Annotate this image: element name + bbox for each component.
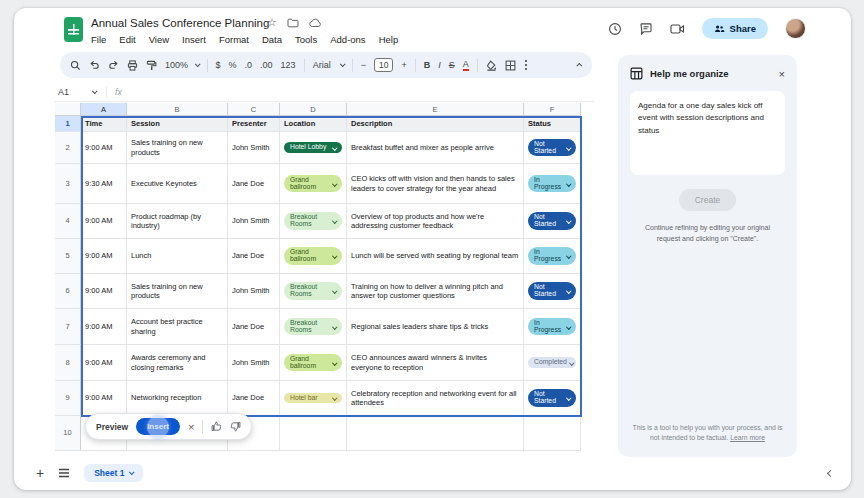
column-header-d[interactable]: D [280, 103, 347, 116]
header-cell-description[interactable]: Description [347, 116, 524, 132]
cell-presenter[interactable]: Jane Doe [228, 381, 280, 416]
more-options-icon[interactable] [524, 59, 528, 71]
status-chip-dropdown[interactable]: Not Started [528, 282, 576, 300]
header-cell-presenter[interactable]: Presenter [228, 116, 280, 132]
meet-video-icon[interactable] [670, 23, 685, 35]
move-folder-icon[interactable] [287, 18, 299, 28]
cell-presenter[interactable]: Jane Doe [228, 239, 280, 274]
header-cell-status[interactable]: Status [524, 116, 581, 132]
increase-decimal-button[interactable]: .00 [260, 60, 273, 70]
sheet-tab[interactable]: Sheet 1 [84, 464, 143, 482]
google-sheets-logo-icon[interactable] [64, 17, 83, 42]
number-format-button[interactable]: 123 [281, 60, 296, 70]
format-percent-button[interactable]: % [229, 60, 237, 70]
location-chip-dropdown[interactable]: Grand ballroom [284, 354, 342, 372]
cell-presenter[interactable]: John Smith [228, 204, 280, 239]
cell-session[interactable]: Account best practice sharing [127, 309, 228, 345]
column-header-b[interactable]: B [127, 103, 228, 116]
paint-format-icon[interactable] [146, 60, 157, 71]
cell-description[interactable]: CEO announces award winners & invites ev… [347, 345, 524, 381]
menu-help[interactable]: Help [379, 34, 399, 45]
header-cell-location[interactable]: Location [280, 116, 347, 132]
fill-color-icon[interactable] [486, 60, 497, 71]
menu-insert[interactable]: Insert [182, 34, 206, 45]
version-history-icon[interactable] [608, 22, 622, 36]
empty-cell[interactable] [524, 416, 581, 451]
comments-icon[interactable] [639, 22, 653, 36]
cell-description[interactable]: Regional sales leaders share tips & tric… [347, 309, 524, 345]
cell-description[interactable]: CEO kicks off with vision and then hands… [347, 164, 524, 204]
cell-time[interactable]: 9:00 AM [81, 274, 127, 309]
status-chip-dropdown[interactable]: Not Started [528, 139, 576, 157]
cell-presenter[interactable]: John Smith [228, 132, 280, 164]
add-sheet-icon[interactable]: + [36, 465, 44, 481]
share-button[interactable]: Share [702, 18, 768, 39]
cell-presenter[interactable]: Jane Doe [228, 164, 280, 204]
cell-description[interactable]: Celebratory reception and networking eve… [347, 381, 524, 416]
row-number[interactable]: 8 [55, 345, 81, 381]
cell-time[interactable]: 9:00 AM [81, 381, 127, 416]
cell-time[interactable]: 9:30 AM [81, 164, 127, 204]
status-chip-dropdown[interactable]: In Progress [528, 318, 576, 336]
empty-cell[interactable] [280, 416, 347, 451]
row-number[interactable]: 7 [55, 309, 81, 345]
select-all-corner[interactable] [55, 103, 81, 116]
header-cell-time[interactable]: Time [81, 116, 127, 132]
row-number[interactable]: 10 [55, 416, 81, 451]
status-chip-dropdown[interactable]: Completed [528, 357, 576, 368]
font-size-decrease-button[interactable]: − [361, 60, 366, 70]
cell-time[interactable]: 9:00 AM [81, 309, 127, 345]
menu-view[interactable]: View [149, 34, 169, 45]
thumbs-up-icon[interactable] [211, 421, 222, 432]
star-icon[interactable]: ☆ [267, 16, 277, 29]
row-number[interactable]: 5 [55, 239, 81, 274]
cell-time[interactable]: 9:00 AM [81, 239, 127, 274]
text-color-button[interactable]: A [463, 60, 469, 71]
undo-icon[interactable] [89, 60, 100, 70]
location-chip-dropdown[interactable]: Hotel bar [284, 393, 342, 404]
italic-button[interactable]: I [438, 60, 441, 70]
cell-time[interactable]: 9:00 AM [81, 132, 127, 164]
font-select[interactable]: Arial [313, 60, 344, 70]
row-number[interactable]: 6 [55, 274, 81, 309]
font-size-increase-button[interactable]: + [401, 60, 406, 70]
cell-description[interactable]: Overview of top products and how we're a… [347, 204, 524, 239]
create-button[interactable]: Create [679, 189, 737, 211]
row-number[interactable]: 3 [55, 164, 81, 204]
cell-description[interactable]: Lunch will be served with seating by reg… [347, 239, 524, 274]
menu-addons[interactable]: Add-ons [330, 34, 365, 45]
borders-icon[interactable] [505, 60, 516, 71]
location-chip-dropdown[interactable]: Breakout Rooms [284, 212, 342, 230]
location-chip-dropdown[interactable]: Breakout Rooms [284, 318, 342, 336]
cell-session[interactable]: Executive Keynotes [127, 164, 228, 204]
row-number[interactable]: 4 [55, 204, 81, 239]
cloud-status-icon[interactable] [309, 18, 322, 28]
name-box[interactable]: A1 [54, 87, 100, 97]
prompt-input[interactable]: Agenda for a one day sales kick off even… [630, 91, 785, 175]
all-sheets-icon[interactable] [58, 468, 70, 478]
cell-session[interactable]: Lunch [127, 239, 228, 274]
strikethrough-button[interactable]: S [449, 60, 455, 70]
row-number[interactable]: 2 [55, 132, 81, 164]
status-chip-dropdown[interactable]: Not Started [528, 212, 576, 230]
column-header-c[interactable]: C [228, 103, 280, 116]
location-chip-dropdown[interactable]: Grand ballroom [284, 175, 342, 193]
status-chip-dropdown[interactable]: In Progress [528, 247, 576, 265]
cell-time[interactable]: 9:00 AM [81, 345, 127, 381]
menu-data[interactable]: Data [262, 34, 282, 45]
print-icon[interactable] [127, 60, 138, 71]
cell-session[interactable]: Sales training on new products [127, 132, 228, 164]
cell-description[interactable]: Breakfast buffet and mixer as people arr… [347, 132, 524, 164]
cell-presenter[interactable]: John Smith [228, 345, 280, 381]
column-header-a[interactable]: A [81, 103, 127, 116]
cell-session[interactable]: Product roadmap (by industry) [127, 204, 228, 239]
format-currency-button[interactable]: $ [216, 60, 221, 70]
menu-format[interactable]: Format [219, 34, 249, 45]
menu-edit[interactable]: Edit [119, 34, 135, 45]
collapse-side-panel-icon[interactable] [827, 470, 834, 477]
redo-icon[interactable] [108, 60, 119, 70]
cell-session[interactable]: Sales training on new products [127, 274, 228, 309]
bold-button[interactable]: B [424, 60, 431, 70]
insert-button[interactable]: Insert [136, 418, 180, 435]
close-preview-icon[interactable]: × [188, 421, 194, 433]
